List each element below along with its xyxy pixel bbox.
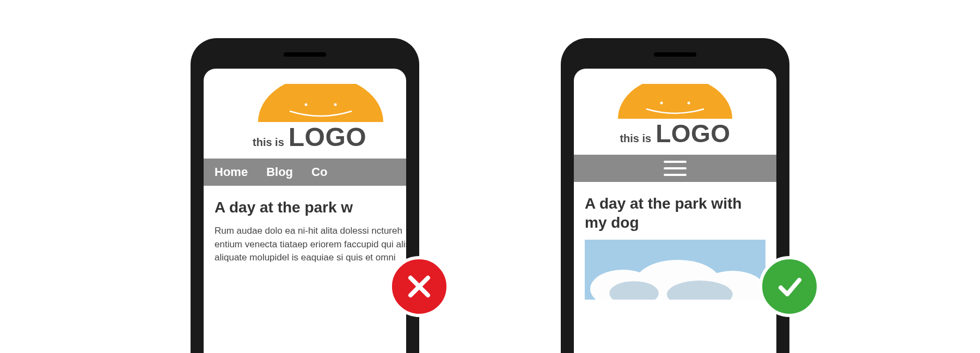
- check-icon: [774, 271, 805, 302]
- nav-item-home[interactable]: Home: [215, 165, 248, 179]
- nav-item-blog[interactable]: Blog: [266, 165, 293, 179]
- phone-screen: this is LOGO A day at the park with my d…: [574, 69, 776, 353]
- nav-item-truncated[interactable]: Co: [311, 165, 327, 179]
- logo-prefix: this is: [253, 136, 284, 149]
- article-image: [585, 240, 765, 300]
- article-content: A day at the park w Rum audae dolo ea ni…: [204, 186, 406, 313]
- status-badge-bad: [389, 256, 450, 317]
- logo-icon: [612, 84, 738, 119]
- status-badge-good: [759, 256, 820, 317]
- article-heading: A day at the park with my dog: [585, 194, 765, 232]
- article-body-row: Rum audae dolo ea ni-hit alita dolessi n…: [215, 224, 406, 301]
- article-body-text: Rum audae dolo ea ni-hit alita dolessi n…: [215, 224, 406, 301]
- svg-point-0: [305, 104, 308, 106]
- svg-point-8: [660, 102, 663, 105]
- phone-speaker: [284, 52, 326, 57]
- logo-text: this is LOGO: [574, 119, 776, 148]
- phone-body: this is LOGO A day at the park with my d…: [561, 38, 789, 353]
- phone-body: this is LOGO Home Blog Co A day at the p…: [191, 38, 419, 353]
- site-logo: this is LOGO: [574, 69, 776, 155]
- logo-prefix: this is: [620, 132, 651, 145]
- article-heading-truncated: A day at the park w: [215, 198, 406, 217]
- phone-mockup-bad: this is LOGO Home Blog Co A day at the p…: [191, 38, 419, 353]
- x-icon: [404, 271, 434, 302]
- article-content: A day at the park with my dog: [574, 182, 776, 312]
- navbar-links: Home Blog Co: [204, 159, 406, 186]
- svg-point-9: [688, 102, 690, 105]
- screen-content-responsive: this is LOGO A day at the park with my d…: [574, 69, 776, 312]
- logo-icon: [253, 84, 389, 122]
- site-logo: this is LOGO: [204, 69, 406, 159]
- svg-point-1: [334, 104, 337, 106]
- phone-screen: this is LOGO Home Blog Co A day at the p…: [204, 69, 406, 353]
- phone-speaker: [654, 52, 696, 57]
- logo-main: LOGO: [289, 122, 366, 152]
- screen-content-overflow: this is LOGO Home Blog Co A day at the p…: [204, 69, 406, 313]
- cloud-image-icon: [585, 240, 765, 300]
- hamburger-menu-icon[interactable]: [664, 161, 687, 176]
- logo-main: LOGO: [656, 119, 730, 148]
- logo-text: this is LOGO: [253, 122, 406, 152]
- phone-mockup-good: this is LOGO A day at the park with my d…: [561, 38, 789, 353]
- navbar-hamburger: [574, 155, 776, 182]
